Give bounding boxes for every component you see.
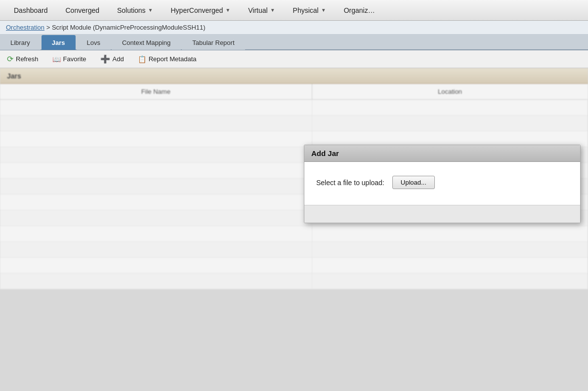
table-cell-filename	[0, 163, 312, 179]
breadcrumb-current: Script Module (DynamicPreProcessingModul…	[52, 24, 206, 31]
dialog-body: Select a file to upload: Upload...	[304, 162, 580, 205]
tab-context-mapping[interactable]: Context Mapping	[112, 35, 181, 50]
nav-dashboard-label: Dashboard	[14, 6, 48, 14]
page-body: Jars File Name Location	[0, 68, 588, 391]
col-location: Location	[312, 84, 588, 100]
table-cell-filename	[0, 242, 312, 258]
table-row	[0, 100, 588, 116]
nav-hyperconverged-arrow: ▼	[225, 7, 230, 13]
breadcrumb: Orchestration > Script Module (DynamicPr…	[0, 21, 588, 35]
table-cell-filename	[0, 195, 312, 210]
table-cell-filename	[0, 258, 312, 274]
nav-organize[interactable]: Organiz…	[335, 0, 384, 20]
table-cell-location	[312, 116, 588, 131]
table-cell-filename	[0, 210, 312, 226]
nav-solutions-label: Solutions	[117, 6, 146, 14]
section-title: Jars	[7, 72, 21, 80]
table-cell-filename	[0, 147, 312, 163]
table-cell-filename	[0, 226, 312, 242]
table-cell-location	[312, 274, 588, 289]
add-button[interactable]: ➕ Add	[98, 53, 126, 65]
nav-physical[interactable]: Physical ▼	[284, 0, 335, 20]
toolbar: ⟳ Refresh 📖 Favorite ➕ Add 📋 Report Meta…	[0, 50, 588, 68]
table-cell-location	[312, 100, 588, 116]
table-cell-filename	[0, 179, 312, 195]
col-filename: File Name	[0, 84, 312, 100]
add-jar-dialog: Add Jar Select a file to upload: Upload.…	[304, 145, 581, 223]
tab-bar: Library Jars Lovs Context Mapping Tabula…	[0, 35, 588, 50]
dialog-title: Add Jar	[311, 149, 339, 157]
top-nav: Dashboard Converged Solutions ▼ HyperCon…	[0, 0, 588, 21]
breadcrumb-separator: >	[46, 24, 52, 31]
nav-physical-arrow: ▼	[321, 7, 326, 13]
table-cell-location	[312, 226, 588, 242]
table-row	[0, 242, 588, 258]
report-metadata-label: Report Metadata	[149, 55, 197, 63]
nav-physical-label: Physical	[293, 6, 319, 14]
table-row	[0, 116, 588, 131]
nav-dashboard[interactable]: Dashboard	[5, 0, 57, 20]
nav-solutions-arrow: ▼	[148, 7, 153, 13]
table-cell-location	[312, 242, 588, 258]
report-icon: 📋	[138, 55, 146, 63]
nav-virtual-arrow: ▼	[270, 7, 275, 13]
report-metadata-button[interactable]: 📋 Report Metadata	[136, 54, 199, 64]
table-cell-filename	[0, 131, 312, 147]
tab-library[interactable]: Library	[0, 35, 41, 50]
upload-button[interactable]: Upload...	[392, 176, 435, 189]
add-icon: ➕	[100, 54, 110, 64]
table-row	[0, 226, 588, 242]
table-row	[0, 274, 588, 289]
tab-lovs[interactable]: Lovs	[77, 35, 111, 50]
table-cell-location	[312, 258, 588, 274]
upload-button-label: Upload...	[401, 179, 426, 186]
tab-tabular-report[interactable]: Tabular Report	[182, 35, 245, 50]
table-header-row: File Name Location	[0, 84, 588, 100]
nav-virtual[interactable]: Virtual ▼	[239, 0, 284, 20]
favorite-label: Favorite	[63, 55, 86, 63]
table-cell-filename	[0, 100, 312, 116]
table-cell-filename	[0, 116, 312, 131]
tab-jars[interactable]: Jars	[42, 35, 76, 50]
breadcrumb-link[interactable]: Orchestration	[6, 24, 44, 31]
dialog-footer	[304, 205, 580, 223]
refresh-button[interactable]: ⟳ Refresh	[5, 53, 41, 65]
nav-solutions[interactable]: Solutions ▼	[108, 0, 162, 20]
nav-virtual-label: Virtual	[248, 6, 267, 14]
add-label: Add	[113, 55, 124, 63]
section-header: Jars	[0, 68, 588, 84]
nav-hyperconverged-label: HyperConverged	[171, 6, 223, 14]
dialog-label: Select a file to upload:	[316, 179, 384, 187]
favorite-icon: 📖	[52, 55, 61, 63]
nav-hyperconverged[interactable]: HyperConverged ▼	[162, 0, 240, 20]
favorite-button[interactable]: 📖 Favorite	[50, 54, 88, 64]
table-cell-filename	[0, 274, 312, 289]
nav-organize-label: Organiz…	[344, 6, 375, 14]
refresh-label: Refresh	[16, 55, 39, 63]
dialog-titlebar: Add Jar	[304, 145, 580, 162]
table-row	[0, 258, 588, 274]
main-container: Dashboard Converged Solutions ▼ HyperCon…	[0, 0, 588, 391]
nav-converged[interactable]: Converged	[57, 0, 109, 20]
refresh-icon: ⟳	[7, 54, 13, 64]
nav-converged-label: Converged	[66, 6, 100, 14]
